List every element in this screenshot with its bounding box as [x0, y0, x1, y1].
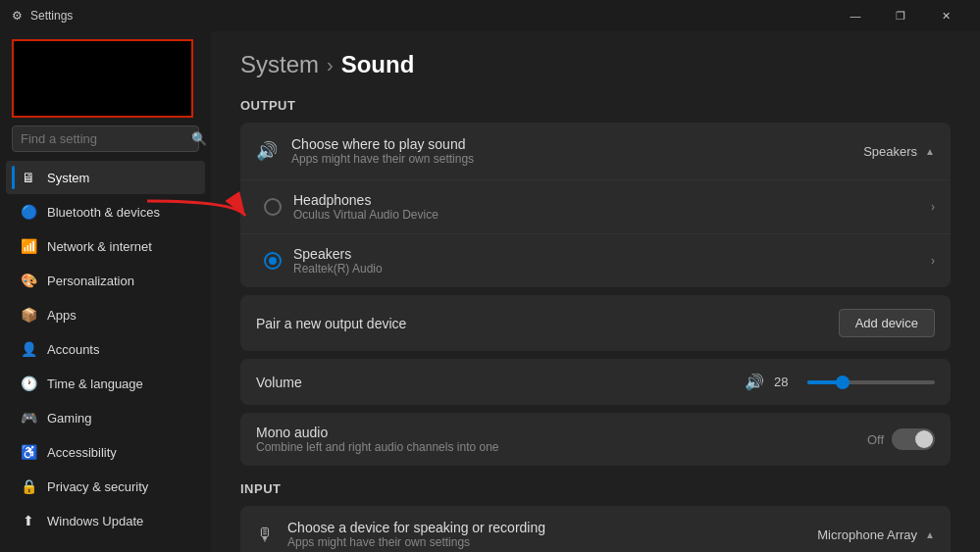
search-input[interactable] — [21, 131, 185, 146]
pair-output-row: Pair a new output device Add device — [240, 295, 951, 351]
sidebar-label-accounts: Accounts — [47, 342, 99, 357]
sidebar-icon-accessibility: ♿ — [20, 443, 37, 461]
output-header-text: Choose where to play sound Apps might ha… — [291, 136, 474, 166]
sidebar-item-network[interactable]: 📶 Network & internet — [6, 229, 205, 263]
volume-controls: 🔊 28 — [745, 373, 935, 391]
sidebar-label-update: Windows Update — [47, 514, 143, 528]
titlebar-title: Settings — [30, 9, 73, 23]
volume-label: Volume — [256, 375, 302, 390]
sidebar-item-accessibility[interactable]: ♿ Accessibility — [6, 435, 205, 469]
titlebar: ⚙ Settings — ❐ ✕ — [0, 0, 980, 31]
output-choose-label: Choose where to play sound — [291, 136, 474, 152]
sidebar-icon-system: 🖥 — [20, 169, 37, 186]
sidebar-icon-privacy: 🔒 — [20, 477, 37, 495]
output-choose-sub: Apps might have their own settings — [291, 152, 474, 166]
sidebar-item-accounts[interactable]: 👤 Accounts — [6, 332, 205, 366]
sidebar-item-update[interactable]: ⬆ Windows Update — [6, 504, 205, 537]
sidebar-icon-bluetooth: 🔵 — [20, 203, 37, 221]
headphones-radio[interactable] — [264, 198, 282, 216]
sidebar-label-system: System — [47, 171, 89, 185]
speaker-icon: 🔊 — [256, 140, 278, 162]
breadcrumb-separator: › — [327, 54, 334, 76]
volume-icon: 🔊 — [745, 373, 764, 391]
titlebar-left: ⚙ Settings — [12, 9, 73, 23]
volume-value: 28 — [774, 375, 798, 389]
input-expanded-label: Microphone Array — [817, 527, 917, 542]
input-chevron-up-icon: ▲ — [925, 529, 935, 540]
output-device-header[interactable]: 🔊 Choose where to play sound Apps might … — [240, 123, 951, 180]
input-header-left: 🎙 Choose a device for speaking or record… — [256, 520, 545, 549]
add-output-device-button[interactable]: Add device — [839, 309, 935, 337]
sidebar-icon-apps: 📦 — [20, 306, 37, 324]
output-section-label: Output — [240, 98, 951, 113]
mono-toggle-knob — [915, 430, 933, 448]
sidebar-item-time[interactable]: 🕐 Time & language — [6, 367, 205, 400]
speakers-left: Speakers Realtek(R) Audio — [264, 246, 383, 276]
output-expanded-label-wrap[interactable]: Speakers ▲ — [863, 144, 935, 159]
sidebar-label-accessibility: Accessibility — [47, 445, 117, 460]
output-header-left: 🔊 Choose where to play sound Apps might … — [256, 136, 474, 166]
close-button[interactable]: ✕ — [923, 0, 968, 31]
mono-left: Mono audio Combine left and right audio … — [256, 425, 499, 454]
search-box[interactable]: 🔍 — [12, 125, 199, 152]
input-choose-label: Choose a device for speaking or recordin… — [287, 520, 545, 535]
output-device-card: 🔊 Choose where to play sound Apps might … — [240, 123, 951, 287]
sidebar-item-privacy[interactable]: 🔒 Privacy & security — [6, 470, 205, 503]
output-expanded-label: Speakers — [863, 144, 917, 159]
sidebar-logo-image — [12, 39, 193, 118]
breadcrumb-parent[interactable]: System — [240, 51, 319, 78]
speakers-row[interactable]: Speakers Realtek(R) Audio › — [240, 234, 951, 287]
sidebar-label-time: Time & language — [47, 376, 143, 391]
restore-button[interactable]: ❐ — [878, 0, 923, 31]
search-icon: 🔍 — [191, 131, 207, 146]
headphones-row[interactable]: Headphones Oculus Virtual Audio Device › — [240, 180, 951, 234]
input-section-label: Input — [240, 481, 951, 496]
breadcrumb: System › Sound — [240, 51, 951, 78]
sidebar-item-bluetooth[interactable]: 🔵 Bluetooth & devices — [6, 195, 205, 228]
headphones-text: Headphones Oculus Virtual Audio Device — [293, 192, 438, 222]
mono-toggle-wrap: Off — [867, 428, 935, 450]
sidebar-label-personalization: Personalization — [47, 274, 134, 288]
titlebar-controls: — ❐ ✕ — [833, 0, 968, 31]
mono-label: Mono audio — [256, 425, 499, 440]
pair-output-label: Pair a new output device — [256, 316, 406, 331]
speakers-chevron-right: › — [931, 254, 935, 268]
sidebar-icon-accounts: 👤 — [20, 340, 37, 358]
sidebar-item-apps[interactable]: 📦 Apps — [6, 298, 205, 331]
mono-toggle[interactable] — [892, 428, 935, 450]
sidebar-label-network: Network & internet — [47, 239, 152, 254]
minimize-button[interactable]: — — [833, 0, 878, 31]
sidebar-label-privacy: Privacy & security — [47, 479, 148, 494]
sidebar-icon-time: 🕐 — [20, 375, 37, 392]
input-expanded-label-wrap[interactable]: Microphone Array ▲ — [817, 527, 935, 542]
sidebar-item-gaming[interactable]: 🎮 Gaming — [6, 401, 205, 434]
mono-toggle-label: Off — [867, 432, 884, 447]
input-device-header[interactable]: 🎙 Choose a device for speaking or record… — [240, 506, 951, 552]
chevron-up-icon: ▲ — [925, 146, 935, 157]
mono-sub: Combine left and right audio channels in… — [256, 440, 499, 454]
speakers-radio[interactable] — [264, 252, 282, 270]
app-body: 🔍 🖥 System 🔵 Bluetooth & devices 📶 Netwo… — [0, 31, 980, 552]
volume-slider-thumb[interactable] — [836, 376, 850, 389]
speakers-label: Speakers — [293, 246, 383, 262]
sidebar-icon-personalization: 🎨 — [20, 272, 37, 289]
headphones-left: Headphones Oculus Virtual Audio Device — [264, 192, 438, 222]
breadcrumb-current: Sound — [341, 51, 415, 78]
headphones-chevron-right: › — [931, 200, 935, 214]
volume-slider[interactable] — [807, 380, 935, 384]
main-content: System › Sound Output 🔊 Choose where to … — [211, 31, 980, 552]
input-choose-sub: Apps might have their own settings — [287, 535, 545, 549]
input-header-text: Choose a device for speaking or recordin… — [287, 520, 545, 549]
input-device-card: 🎙 Choose a device for speaking or record… — [240, 506, 951, 552]
headphones-label: Headphones — [293, 192, 438, 208]
sidebar-item-system[interactable]: 🖥 System — [6, 161, 205, 194]
sidebar-icon-update: ⬆ — [20, 512, 37, 529]
sidebar-item-personalization[interactable]: 🎨 Personalization — [6, 264, 205, 297]
sidebar-icon-gaming: 🎮 — [20, 409, 37, 427]
sidebar-label-gaming: Gaming — [47, 411, 92, 426]
sidebar: 🔍 🖥 System 🔵 Bluetooth & devices 📶 Netwo… — [0, 31, 211, 552]
volume-row: Volume 🔊 28 — [240, 359, 951, 405]
sidebar-items-list: 🖥 System 🔵 Bluetooth & devices 📶 Network… — [0, 160, 211, 538]
sidebar-label-apps: Apps — [47, 308, 77, 323]
sidebar-icon-network: 📶 — [20, 237, 37, 255]
